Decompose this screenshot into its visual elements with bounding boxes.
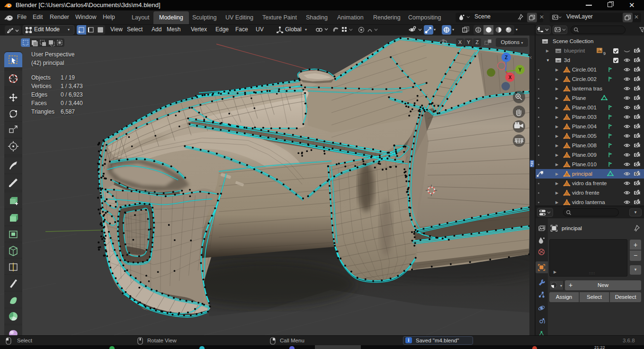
svg-text:X: X [509, 75, 512, 80]
svg-text:Y: Y [519, 67, 522, 72]
svg-text:Z: Z [505, 55, 508, 60]
svg-text:‹: ‹ [530, 54, 532, 61]
